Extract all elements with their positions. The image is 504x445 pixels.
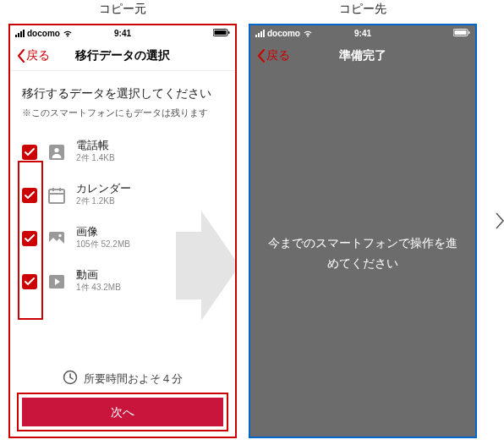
- item-title: カレンダー: [76, 183, 131, 195]
- item-meta: 2件 1.2KB: [76, 195, 131, 207]
- eta-text: 所要時間およそ４分: [84, 371, 183, 387]
- status-bar-dest: docomo 9:41: [250, 25, 475, 41]
- carrier-label: docomo: [27, 29, 60, 38]
- svg-rect-1: [215, 30, 227, 35]
- item-meta: 105件 52.2MB: [76, 239, 130, 250]
- check-icon: [25, 277, 35, 286]
- wifi-icon: [303, 30, 313, 37]
- calendar-icon: [47, 186, 66, 205]
- status-bar-source: docomo 9:41: [10, 25, 235, 41]
- video-icon: [47, 272, 66, 291]
- eta-row: 所要時間およそ４分: [10, 370, 235, 387]
- item-title: 動画: [76, 269, 121, 282]
- svg-point-10: [58, 233, 61, 236]
- carrier-label: docomo: [267, 29, 300, 38]
- checkbox[interactable]: [22, 274, 37, 289]
- prompt-main: 移行するデータを選択してください: [22, 86, 223, 102]
- checkbox[interactable]: [22, 231, 37, 246]
- signal-icon: [15, 30, 25, 37]
- source-phone: docomo 9:41 戻る 移行データの選択: [8, 24, 237, 438]
- battery-icon: [213, 29, 230, 38]
- checkbox[interactable]: [22, 145, 37, 160]
- svg-rect-5: [49, 190, 64, 203]
- dest-message: 今までのスマートフォンで操作を進めてください: [267, 233, 458, 274]
- svg-rect-2: [228, 31, 230, 34]
- svg-rect-15: [468, 31, 470, 34]
- wifi-icon: [63, 30, 73, 37]
- item-meta: 2件 1.4KB: [76, 152, 115, 164]
- next-highlight: 次へ: [17, 393, 228, 431]
- contacts-icon: [47, 143, 66, 162]
- dest-label: コピー先: [339, 2, 386, 17]
- item-meta: 1件 43.2MB: [76, 282, 121, 294]
- back-label: 戻る: [26, 48, 50, 63]
- list-item[interactable]: 電話帳 2件 1.4KB: [22, 140, 223, 164]
- list-item[interactable]: 画像 105件 52.2MB: [22, 226, 223, 250]
- back-label: 戻る: [266, 48, 290, 63]
- battery-icon: [453, 29, 470, 38]
- signal-icon: [255, 30, 265, 37]
- checkbox[interactable]: [22, 188, 37, 203]
- back-button[interactable]: 戻る: [257, 48, 290, 63]
- list-item[interactable]: 動画 1件 43.2MB: [22, 269, 223, 294]
- clock: 9:41: [114, 29, 131, 38]
- item-title: 電話帳: [76, 140, 115, 152]
- check-icon: [25, 148, 35, 157]
- clock: 9:41: [354, 29, 371, 38]
- next-page-arrow-icon[interactable]: [496, 212, 504, 233]
- clock-icon: [63, 370, 78, 387]
- check-icon: [25, 191, 35, 200]
- source-label: コピー元: [99, 2, 146, 17]
- image-icon: [47, 229, 66, 248]
- page-title-dest: 準備完了: [339, 48, 386, 63]
- item-title: 画像: [76, 226, 130, 239]
- dest-phone: docomo 9:41 戻る 準備完了: [249, 24, 477, 438]
- prompt-sub: ※このスマートフォンにもデータは残ります: [22, 107, 223, 119]
- list-item[interactable]: カレンダー 2件 1.2KB: [22, 183, 223, 207]
- nav-bar-source: 戻る 移行データの選択: [10, 41, 235, 71]
- nav-bar-dest: 戻る 準備完了: [250, 41, 475, 71]
- svg-rect-14: [455, 30, 467, 35]
- page-title-source: 移行データの選択: [75, 48, 170, 63]
- next-button[interactable]: 次へ: [22, 398, 223, 426]
- svg-point-4: [54, 147, 58, 151]
- check-icon: [25, 234, 35, 243]
- back-button[interactable]: 戻る: [17, 48, 50, 63]
